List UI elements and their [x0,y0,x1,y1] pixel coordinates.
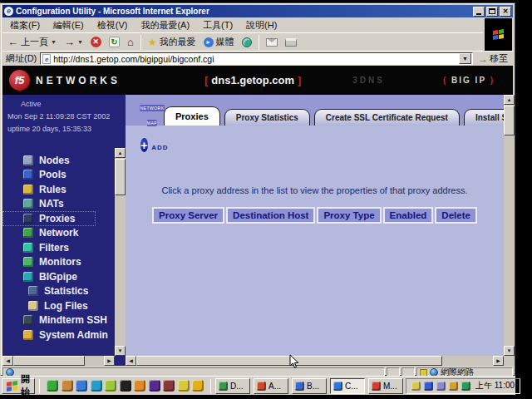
favorites-button[interactable]: ★ 我的最愛 [145,34,200,51]
forward-button[interactable]: → ▼ [61,34,86,51]
sidebar-item-filters[interactable]: Filters [2,240,115,255]
scroll-left-icon[interactable]: ◀ [126,356,136,366]
close-button[interactable]: ✕ [500,7,511,17]
sidebar-item-label: Log Files [44,300,88,312]
add-button[interactable]: + [140,138,148,152]
scrollbar-thumb[interactable] [13,356,85,366]
sidebar-item-label: Statistics [44,285,88,297]
rules-icon [23,185,33,195]
quicklaunch-icon-11[interactable] [192,380,204,392]
scrollbar-thumb[interactable] [504,106,515,135]
scrollbar-thumb[interactable] [115,159,126,195]
tab-create-ssl-certificate-request[interactable]: Create SSL Certificate Request [314,109,460,126]
scroll-down-icon[interactable]: ▼ [115,346,126,356]
tab-proxy-statistics[interactable]: Proxy Statistics [224,109,310,126]
address-dropdown-icon[interactable]: ▼ [459,53,471,64]
sidebar-item-proxies[interactable]: Proxies [2,211,96,226]
volume-icon[interactable] [411,382,421,391]
tab-proxies[interactable]: Proxies [164,106,220,126]
network-tray-icon[interactable] [424,382,433,391]
status-state: Active [2,98,119,111]
sidebar-item-rules[interactable]: Rules [2,182,115,197]
sidebar-item-pools[interactable]: Pools [2,168,115,183]
status-uptime: uptime 20 days, 15:35:33 [2,123,119,135]
display-tray-icon[interactable] [436,382,446,391]
task-button-2[interactable]: A... [254,378,288,394]
sidebar-item-network[interactable]: Network [2,226,115,241]
quicklaunch-icon-2[interactable] [62,380,73,392]
scroll-right-icon[interactable]: ▶ [493,356,504,366]
history-button[interactable] [239,34,255,51]
sidebar-vertical-scrollbar[interactable]: ▲ ▼ [115,148,126,356]
hostname-banner: [dns1.getop.com] [204,74,301,86]
go-icon: → [478,53,488,65]
task-window-icon [333,382,342,391]
main-vertical-scrollbar[interactable]: ▲ ▼ [504,95,515,356]
table-header-cell: Destination Host [226,207,315,224]
quicklaunch-icon-6[interactable] [120,380,131,392]
scroll-up-icon[interactable]: ▲ [115,148,126,158]
ie-window: e Configuration Utility - Microsoft Inte… [0,2,515,376]
sidebar-item-label: Network [39,227,78,239]
sidebar-item-statistics[interactable]: Statistics [2,284,115,299]
quicklaunch-icon-9[interactable] [163,380,175,392]
go-button[interactable]: → 移至 [476,52,510,65]
menu-item[interactable]: 我的最愛(A) [135,18,195,32]
tab-install-ssl-certificate[interactable]: Install SSL Certif [464,109,504,126]
tray-icon-5[interactable] [461,382,470,391]
home-button[interactable]: ⌂ [124,34,137,51]
sidebar-item-log-files[interactable]: Log Files [2,298,115,313]
add-proxy-control: + ADD [140,135,169,155]
forward-dropdown-icon[interactable]: ▼ [77,39,83,45]
print-button[interactable] [282,34,300,51]
quicklaunch-icon-5[interactable] [105,380,116,392]
address-input[interactable]: e http://dns1.getop.com/bigipgui/bigconf… [40,52,473,65]
scroll-down-icon[interactable]: ▼ [504,346,515,356]
sidebar-item-label: Pools [39,169,66,180]
instruction-text: Click a proxy address in the list to vie… [126,185,504,195]
sidebar-item-system-admin[interactable]: System Admin [2,328,115,342]
back-dropdown-icon[interactable]: ▼ [51,39,57,45]
quicklaunch-icon-8[interactable] [149,380,160,392]
task-window-icon [257,382,266,391]
sidebar-item-monitors[interactable]: Monitors [2,255,115,270]
address-bar: 網址(D) e http://dns1.getop.com/bigipgui/b… [2,51,513,66]
menu-item[interactable]: 說明(H) [240,18,283,32]
tray-icon-4[interactable] [449,382,458,391]
menu-item[interactable]: 編輯(E) [47,18,90,32]
quicklaunch-icon-7[interactable] [134,380,145,392]
table-header-cell: Enabled [383,207,434,224]
minimize-button[interactable] [473,7,485,17]
quicklaunch-icon-1[interactable] [47,380,58,392]
scroll-right-icon[interactable]: ▶ [104,356,115,366]
status-datetime: Mon Sep 2 11:09:28 CST 2002 [2,111,119,123]
pools-icon [23,170,33,180]
refresh-button[interactable]: ↻ [106,34,123,51]
task-button-1[interactable]: D... [215,378,250,394]
refresh-icon: ↻ [109,37,120,47]
sidebar-item-mindterm-ssh[interactable]: Mindterm SSH [2,313,115,328]
start-button[interactable]: 開始 [2,378,35,394]
back-icon: ← [7,36,18,48]
sidebar-item-nodes[interactable]: Nodes [2,153,115,168]
maximize-button[interactable] [486,7,498,17]
stop-button[interactable]: ✕ [87,34,105,51]
sidebar-item-nats[interactable]: NATs [2,197,115,212]
back-button[interactable]: ← 上一頁 ▼ [4,34,60,51]
task-button-3[interactable]: B... [292,378,327,394]
quicklaunch-icon-3[interactable] [76,380,87,392]
quicklaunch-icon-4[interactable] [91,380,102,392]
quicklaunch-icon-10[interactable] [178,380,190,392]
task-button-4[interactable]: C... [330,378,365,394]
menu-item[interactable]: 檢視(V) [91,18,134,32]
menu-item[interactable]: 工具(T) [197,18,239,32]
task-button-5[interactable]: M... [368,378,403,394]
media-button[interactable]: ▸ 媒體 [200,34,238,51]
main-horizontal-scrollbar[interactable]: ◀ ▶ [126,356,504,366]
scroll-left-icon[interactable]: ◀ [2,356,13,366]
sidebar-item-bigpipe[interactable]: BIGpipe [2,269,115,284]
mail-button[interactable] [263,34,281,51]
menu-item[interactable]: 檔案(F) [4,18,46,32]
sidebar-horizontal-scrollbar[interactable]: ◀ ▶ [2,356,115,366]
scroll-up-icon[interactable]: ▲ [504,95,515,105]
